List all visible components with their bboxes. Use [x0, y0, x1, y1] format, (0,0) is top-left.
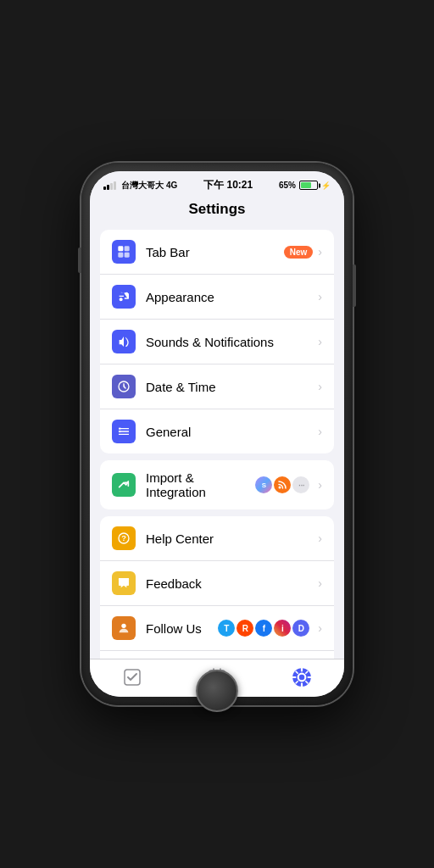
phone-frame: 台灣大哥大 4G 下午 10:21 65% ⚡ Settings — [81, 163, 353, 705]
status-right: 65% ⚡ — [279, 181, 331, 190]
svg-rect-0 — [118, 246, 123, 251]
svg-rect-6 — [119, 431, 121, 433]
general-label: General — [146, 425, 318, 439]
chevron-icon: › — [318, 335, 322, 348]
datetime-right: › — [318, 380, 322, 393]
settings-row-about[interactable]: About v6.2.51 › — [100, 651, 334, 659]
sounds-icon — [112, 330, 136, 353]
settings-group-3: ? Help Center › — [90, 516, 344, 659]
help-label: Help Center — [146, 531, 318, 546]
settings-row-followus[interactable]: Follow Us T R f i D › — [100, 606, 334, 651]
sounds-right: › — [318, 335, 322, 348]
svg-rect-2 — [118, 253, 123, 258]
import-label: Import & Integration — [146, 470, 255, 499]
chevron-icon: › — [318, 621, 322, 635]
tab-bar-icon — [112, 240, 136, 264]
svg-rect-3 — [125, 253, 130, 258]
social-icons: T R f i D — [218, 620, 309, 637]
battery-percent: 65% — [279, 181, 296, 190]
status-bar: 台灣大哥大 4G 下午 10:21 65% ⚡ — [90, 171, 344, 196]
settings-row-tab-bar[interactable]: Tab Bar New › — [100, 230, 334, 275]
chevron-icon: › — [318, 576, 322, 590]
datetime-label: Date & Time — [146, 380, 318, 394]
settings-group-1: Tab Bar New › — [90, 226, 344, 453]
svg-point-12 — [121, 624, 125, 628]
integration-icons: S — [255, 476, 309, 493]
settings-row-help[interactable]: ? Help Center › — [100, 516, 334, 561]
discord-icon: D — [292, 620, 309, 637]
settings-tab-icon — [291, 666, 313, 688]
instagram-icon: i — [274, 620, 291, 637]
followus-label: Follow Us — [146, 621, 218, 636]
svg-rect-1 — [125, 246, 130, 251]
rss-icon — [274, 476, 291, 493]
help-right: › — [318, 531, 322, 545]
settings-group-3-inner: ? Help Center › — [100, 516, 334, 659]
import-right: S — [255, 476, 322, 493]
twitter-icon: T — [218, 620, 235, 637]
tab-bar-right: New › — [284, 245, 322, 259]
followus-icon — [112, 616, 136, 640]
sounds-label: Sounds & Notifications — [146, 335, 318, 349]
reddit-icon: R — [236, 620, 253, 637]
tab-tasks[interactable] — [90, 666, 175, 688]
settings-group-2: Import & Integration S — [90, 460, 344, 509]
appearance-right: › — [318, 290, 322, 303]
tab-settings[interactable] — [259, 666, 344, 688]
settings-group-2-inner: Import & Integration S — [100, 460, 334, 509]
chevron-icon: › — [318, 531, 322, 545]
help-icon: ? — [112, 526, 136, 550]
svg-point-7 — [279, 487, 281, 489]
feedback-label: Feedback — [146, 576, 318, 591]
chevron-icon: › — [318, 425, 322, 438]
settings-row-general[interactable]: General › — [100, 409, 334, 453]
chevron-icon: › — [318, 245, 322, 259]
settings-row-appearance[interactable]: Appearance › — [100, 275, 334, 320]
tab-bar-label: Tab Bar — [146, 245, 284, 259]
network-label: 4G — [166, 181, 177, 190]
chevron-icon: › — [318, 478, 322, 492]
feedback-right: › — [318, 576, 322, 590]
charging-icon: ⚡ — [321, 181, 331, 190]
settings-row-import[interactable]: Import & Integration S — [100, 460, 334, 509]
tasks-tab-icon — [121, 666, 143, 688]
settings-group-1-inner: Tab Bar New › — [100, 230, 334, 453]
svg-text:?: ? — [121, 534, 126, 542]
battery-icon — [299, 181, 318, 190]
settings-row-datetime[interactable]: Date & Time › — [100, 364, 334, 409]
page-title: Settings — [90, 196, 344, 226]
time-label: 下午 10:21 — [203, 178, 253, 192]
chevron-icon: › — [318, 380, 322, 393]
svg-rect-5 — [119, 427, 121, 430]
import-icon — [112, 473, 136, 497]
new-badge: New — [284, 246, 314, 259]
siri-icon: S — [255, 476, 272, 493]
status-left: 台灣大哥大 4G — [103, 180, 177, 192]
facebook-icon: f — [255, 620, 272, 637]
home-button[interactable] — [196, 670, 238, 712]
feedback-icon — [112, 571, 136, 595]
signal-icon — [103, 181, 116, 190]
chevron-icon: › — [318, 290, 322, 303]
more-icon: ··· — [292, 476, 309, 493]
appearance-label: Appearance — [146, 290, 318, 304]
general-icon — [112, 420, 136, 443]
datetime-icon — [112, 375, 136, 398]
settings-row-sounds[interactable]: Sounds & Notifications › — [100, 320, 334, 364]
appearance-icon — [112, 285, 136, 309]
carrier-label: 台灣大哥大 — [121, 180, 164, 192]
general-right: › — [318, 425, 322, 438]
followus-right: T R f i D › — [218, 620, 322, 637]
phone-screen: 台灣大哥大 4G 下午 10:21 65% ⚡ Settings — [90, 171, 344, 697]
settings-row-feedback[interactable]: Feedback › — [100, 561, 334, 606]
settings-list: Tab Bar New › — [90, 226, 344, 659]
